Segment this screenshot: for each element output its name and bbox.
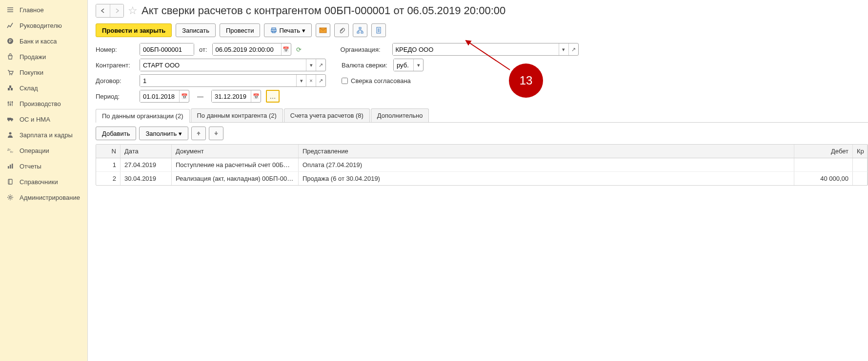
table-header: N Дата Документ Представление Дебет Кр bbox=[96, 145, 868, 158]
dropdown-icon[interactable]: ▾ bbox=[413, 59, 423, 71]
sidebar-item-operations[interactable]: ДтКт Операции bbox=[0, 143, 87, 158]
number-field[interactable] bbox=[140, 43, 194, 56]
period-from-input[interactable] bbox=[140, 90, 179, 102]
col-deb[interactable]: Дебет bbox=[794, 145, 853, 158]
svg-point-9 bbox=[12, 102, 13, 103]
report-button[interactable] bbox=[371, 23, 386, 37]
svg-point-2 bbox=[9, 74, 10, 75]
tab-accounts[interactable]: Счета учета расчетов (8) bbox=[284, 108, 370, 122]
save-button[interactable]: Записать bbox=[176, 23, 216, 37]
period-from-field[interactable]: 📅 bbox=[140, 90, 189, 103]
period-to-field[interactable]: 📅 bbox=[211, 90, 261, 103]
svg-point-8 bbox=[10, 104, 11, 106]
org-field[interactable]: ▾ ↗ bbox=[392, 43, 579, 56]
related-button[interactable] bbox=[353, 23, 367, 37]
checked-checkbox[interactable] bbox=[342, 78, 348, 84]
sidebar-item-bank[interactable]: ₽ Банк и касса bbox=[0, 33, 87, 49]
boxes-icon bbox=[6, 84, 15, 92]
move-down-button[interactable] bbox=[209, 127, 223, 140]
sidebar-item-salary[interactable]: Зарплата и кадры bbox=[0, 127, 87, 143]
contragent-input[interactable] bbox=[140, 59, 306, 71]
open-icon[interactable]: ↗ bbox=[316, 75, 325, 86]
col-date[interactable]: Дата bbox=[121, 145, 172, 158]
calendar-icon[interactable]: 📅 bbox=[281, 43, 291, 55]
open-icon[interactable]: ↗ bbox=[316, 59, 325, 71]
attach-button[interactable] bbox=[334, 23, 349, 37]
svg-rect-6 bbox=[9, 85, 11, 88]
col-n[interactable]: N bbox=[96, 145, 121, 158]
tab-org-data[interactable]: По данным организации (2) bbox=[96, 109, 190, 123]
contragent-field[interactable]: ▾ ↗ bbox=[140, 59, 326, 71]
sidebar-item-main[interactable]: Главное bbox=[0, 2, 87, 18]
date-field[interactable]: 📅 bbox=[212, 43, 291, 56]
svg-rect-28 bbox=[377, 27, 381, 33]
sidebar-item-sales[interactable]: Продажи bbox=[0, 49, 87, 64]
post-button[interactable]: Провести bbox=[220, 23, 261, 37]
tabs: По данным организации (2) По данным конт… bbox=[96, 108, 868, 123]
col-doc[interactable]: Документ bbox=[172, 145, 299, 158]
svg-rect-19 bbox=[8, 179, 12, 184]
contract-input[interactable] bbox=[140, 75, 296, 86]
print-label: Печать bbox=[279, 27, 300, 34]
favorite-star-icon[interactable]: ☆ bbox=[128, 4, 138, 17]
dropdown-icon[interactable]: ▾ bbox=[306, 59, 316, 71]
tab-contragent-data[interactable]: По данным контрагента (2) bbox=[191, 108, 283, 122]
sidebar-item-reports[interactable]: Отчеты bbox=[0, 158, 87, 174]
tab-extra[interactable]: Дополнительно bbox=[371, 108, 429, 122]
contract-label: Договор: bbox=[96, 77, 135, 85]
sidebar-item-manager[interactable]: Руководителю bbox=[0, 18, 87, 33]
org-input[interactable] bbox=[393, 43, 559, 55]
fill-button[interactable]: Заполнить ▾ bbox=[139, 127, 188, 140]
main-toolbar: Провести и закрыть Записать Провести Печ… bbox=[96, 23, 868, 37]
dropdown-icon[interactable]: ▾ bbox=[296, 75, 306, 86]
svg-point-20 bbox=[9, 196, 11, 198]
sidebar-item-assets[interactable]: ОС и НМА bbox=[0, 111, 87, 127]
number-input[interactable] bbox=[140, 43, 194, 55]
period-label: Период: bbox=[96, 93, 135, 100]
bag-icon bbox=[6, 53, 15, 61]
post-and-close-button[interactable]: Провести и закрыть bbox=[96, 23, 172, 37]
col-pres[interactable]: Представление bbox=[299, 145, 794, 158]
fill-label: Заполнить bbox=[145, 130, 177, 137]
printer-icon bbox=[270, 27, 277, 34]
calendar-icon[interactable]: 📅 bbox=[251, 90, 261, 102]
contract-field[interactable]: ▾ × ↗ bbox=[140, 74, 326, 87]
sliders-icon bbox=[6, 100, 15, 107]
currency-input[interactable] bbox=[394, 59, 413, 71]
move-up-button[interactable] bbox=[191, 127, 206, 140]
sidebar-item-label: Отчеты bbox=[20, 163, 41, 170]
sidebar-item-label: Администрирование bbox=[20, 194, 80, 201]
sidebar-item-production[interactable]: Производство bbox=[0, 96, 87, 111]
sidebar-item-warehouse[interactable]: Склад bbox=[0, 80, 87, 96]
svg-rect-10 bbox=[7, 118, 11, 120]
table-row[interactable]: 2 30.04.2019 Реализация (акт, накладная)… bbox=[96, 172, 868, 185]
add-button[interactable]: Добавить bbox=[96, 127, 136, 140]
nav-forward-button[interactable] bbox=[110, 4, 123, 17]
col-kr[interactable]: Кр bbox=[853, 145, 868, 158]
cell-doc: Реализация (акт, накладная) 00БП-000... bbox=[172, 172, 299, 185]
period-picker-button[interactable]: … bbox=[266, 90, 280, 103]
refresh-icon[interactable]: ⟳ bbox=[296, 46, 302, 53]
sidebar-item-purchases[interactable]: Покупки bbox=[0, 64, 87, 80]
nav-back-button[interactable] bbox=[96, 4, 110, 17]
open-icon[interactable]: ↗ bbox=[568, 43, 578, 55]
callout-badge: 13 bbox=[509, 64, 543, 98]
currency-field[interactable]: ▾ bbox=[393, 59, 424, 71]
print-button[interactable]: Печать ▾ bbox=[264, 23, 312, 37]
org-label: Организация: bbox=[341, 46, 387, 53]
cell-pres: Оплата (27.04.2019) bbox=[299, 158, 794, 171]
email-button[interactable] bbox=[316, 23, 330, 37]
table-row[interactable]: 1 27.04.2019 Поступление на расчетный сч… bbox=[96, 158, 868, 172]
header-row: ☆ Акт сверки расчетов с контрагентом 00Б… bbox=[96, 4, 868, 18]
period-to-input[interactable] bbox=[212, 90, 251, 102]
arrow-down-icon bbox=[213, 130, 219, 136]
calendar-icon[interactable]: 📅 bbox=[179, 90, 189, 102]
period-dash: — bbox=[194, 93, 206, 100]
sidebar-item-admin[interactable]: Администрирование bbox=[0, 190, 87, 205]
sidebar-item-label: Руководителю bbox=[20, 22, 62, 29]
clear-icon[interactable]: × bbox=[306, 75, 316, 86]
sidebar-item-catalogs[interactable]: Справочники bbox=[0, 174, 87, 190]
dropdown-icon[interactable]: ▾ bbox=[559, 43, 568, 55]
date-input[interactable] bbox=[213, 43, 281, 55]
svg-point-13 bbox=[9, 132, 12, 135]
